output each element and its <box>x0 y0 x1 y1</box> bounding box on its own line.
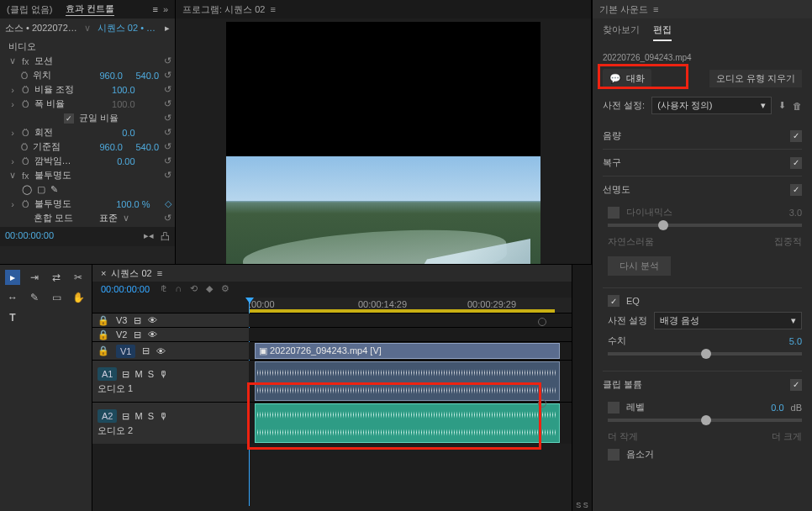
tab-effect-controls[interactable]: 효과 컨트롤 <box>66 3 114 16</box>
track-name: V2 <box>116 329 127 340</box>
loudness-checkbox[interactable] <box>790 130 802 142</box>
marker-icon[interactable]: ◆ <box>206 283 213 294</box>
download-preset-icon[interactable]: ⬇ <box>778 100 786 111</box>
clarity-checkbox[interactable] <box>790 184 802 196</box>
mask-ellipse-icon[interactable]: ◯ <box>22 184 32 195</box>
timeline-timecode[interactable]: 00:00:00:00 <box>101 284 150 294</box>
anchor-x[interactable]: 960.0 <box>92 142 123 152</box>
fx-timecode[interactable]: 00:00:00:00 <box>5 230 54 243</box>
preset-dropdown[interactable]: (사용자 정의)▾ <box>651 97 772 114</box>
stopwatch-icon[interactable]: Ö <box>21 71 29 81</box>
track-target-a1[interactable]: A1 <box>98 367 117 381</box>
wrench-icon[interactable]: ⚙ <box>221 283 229 294</box>
opacity-value[interactable]: 100.0 % <box>100 199 150 209</box>
dynamics-slider[interactable] <box>608 224 802 227</box>
rotation-value[interactable]: 0.0 <box>100 128 135 138</box>
anchor-y[interactable]: 540.0 <box>128 142 159 152</box>
hand-tool[interactable]: ✋ <box>71 290 86 305</box>
motion-effect[interactable]: 모션 <box>34 55 95 67</box>
tab-edit[interactable]: 편집 <box>653 24 672 41</box>
type-tool[interactable]: T <box>5 310 20 325</box>
solo-button[interactable]: S <box>148 369 154 379</box>
uniform-scale-checkbox[interactable] <box>64 113 74 124</box>
position-x[interactable]: 960.0 <box>92 71 123 81</box>
mask-pen-icon[interactable]: ✎ <box>50 184 58 195</box>
pen-tool[interactable]: ✎ <box>27 290 42 305</box>
essential-sound-header: 기본 사운드 ≡ <box>593 0 812 18</box>
video-clip[interactable]: ▣ 20220726_094243.mp4 [V] <box>255 343 560 359</box>
prop-blend: 혼합 모드 <box>34 212 94 224</box>
antiflicker-value[interactable]: 0.00 <box>100 156 135 166</box>
fx-wrench-icon[interactable]: ▸◂ <box>144 230 154 243</box>
dynamics-checkbox[interactable] <box>608 207 620 219</box>
mask-rect-icon[interactable]: ▢ <box>37 184 45 195</box>
section-repair[interactable]: 복구 <box>603 156 621 169</box>
tab-noclip[interactable]: (클립 없음) <box>7 3 52 16</box>
amount-slider[interactable] <box>608 352 802 356</box>
section-loudness[interactable]: 음량 <box>603 129 621 142</box>
rect-tool[interactable]: ▭ <box>49 290 64 305</box>
clear-audio-type-button[interactable]: 오디오 유형 지우기 <box>709 70 802 87</box>
source-crumb: 소스 • 2022072… <box>5 22 77 34</box>
prop-scale: 비율 조정 <box>34 83 95 96</box>
level-slider[interactable] <box>608 419 802 422</box>
selection-tool[interactable]: ▸ <box>5 270 20 285</box>
delete-preset-icon[interactable]: 🗑 <box>793 101 802 111</box>
chevron-right-icon[interactable]: » <box>163 4 168 14</box>
sequence-tab[interactable]: 시퀀스 02 <box>111 267 151 280</box>
toggle-output-icon[interactable]: ⊟ <box>134 315 141 326</box>
mute-label: 음소거 <box>626 448 654 461</box>
clip-volume-checkbox[interactable] <box>790 379 802 391</box>
fx-keyframe-icon[interactable]: 凸 <box>161 230 170 243</box>
hamburger-icon[interactable]: ≡ <box>157 268 162 278</box>
ruler-mark: 00:00:29:29 <box>467 299 516 309</box>
prop-position: 위치 <box>33 69 87 82</box>
linked-selection-icon[interactable]: ⟲ <box>190 283 198 294</box>
toggle-eye-icon[interactable]: 👁 <box>148 315 157 325</box>
eq-checkbox[interactable] <box>608 295 620 307</box>
repair-checkbox[interactable] <box>790 157 802 169</box>
snap-icon[interactable]: ⅊ <box>161 283 166 294</box>
track-select-tool[interactable]: ⇥ <box>27 270 42 285</box>
level-value[interactable]: 0.0 <box>771 403 783 413</box>
reset-icon[interactable]: ↺ <box>164 70 171 81</box>
timeline-ruler[interactable]: :00:00 00:00:14:29 00:00:29:29 <box>249 298 572 313</box>
close-tab-icon[interactable]: × <box>101 268 106 278</box>
hamburger-icon[interactable]: ≡ <box>152 4 157 14</box>
tab-browse[interactable]: 찾아보기 <box>603 24 640 41</box>
razor-tool[interactable]: ✂ <box>71 270 86 285</box>
play-icon[interactable]: ▸ <box>165 23 170 34</box>
mute-button[interactable]: M <box>134 369 142 379</box>
opacity-effect[interactable]: 불투명도 <box>34 169 95 182</box>
eq-preset-dropdown[interactable]: 배경 음성▾ <box>654 312 802 329</box>
eq-label: EQ <box>626 296 640 306</box>
mute-checkbox[interactable] <box>608 449 620 461</box>
level-checkbox[interactable] <box>608 402 620 414</box>
audio-clip-a2[interactable] <box>255 403 560 443</box>
track-target-v1[interactable]: V1 <box>116 345 135 358</box>
voice-icon[interactable]: 🎙 <box>159 369 168 379</box>
sequence-crumb[interactable]: 시퀀스 02 • … <box>98 22 156 34</box>
slip-tool[interactable]: ↔ <box>5 290 20 305</box>
dialogue-type-button[interactable]: 💬 대화 <box>603 69 651 88</box>
scale-value[interactable]: 100.0 <box>100 85 135 95</box>
position-y[interactable]: 540.0 <box>128 71 159 81</box>
amount-value[interactable]: 5.0 <box>789 336 802 346</box>
timeline-zoom-circle[interactable] <box>538 318 546 326</box>
section-clip-volume[interactable]: 클립 볼륨 <box>603 378 642 391</box>
disclosure-icon[interactable]: › <box>8 85 17 95</box>
audio-clip-a1[interactable] <box>255 361 560 401</box>
hamburger-icon[interactable]: ≡ <box>270 4 275 14</box>
timeline-zoom-circle[interactable] <box>538 399 546 408</box>
track-target-a2[interactable]: A2 <box>98 409 117 423</box>
timeline-toolbar: ▸ ⇥ ⇄ ✂ ↔ ✎ ▭ ✋ T <box>0 265 92 511</box>
blend-value[interactable]: 표준 <box>99 212 118 224</box>
ripple-tool[interactable]: ⇄ <box>49 270 64 285</box>
magnet-icon[interactable]: ∩ <box>175 283 182 294</box>
section-clarity[interactable]: 선명도 <box>603 183 630 196</box>
disclosure-icon[interactable]: ∨ <box>8 55 17 66</box>
hamburger-icon[interactable]: ≡ <box>653 4 658 14</box>
selected-clip-name: 20220726_094243.mp4 <box>603 53 802 62</box>
reanalyze-button[interactable]: 다시 분석 <box>608 256 671 276</box>
reset-icon[interactable]: ↺ <box>164 55 171 66</box>
